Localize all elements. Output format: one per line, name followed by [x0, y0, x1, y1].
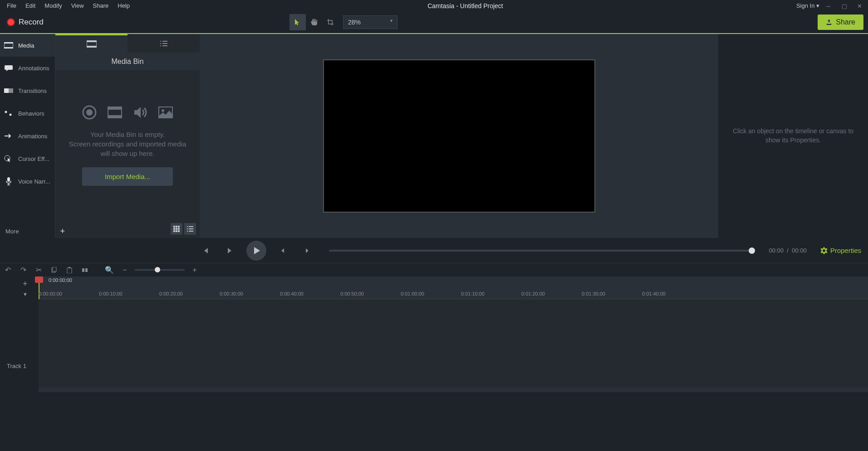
properties-panel: Click an object on the timeline or canva…: [718, 34, 868, 238]
ruler-mark: 0:01:10;00: [461, 291, 485, 296]
svg-rect-32: [69, 267, 70, 268]
svg-rect-25: [178, 228, 180, 230]
media-tab-bin[interactable]: [55, 34, 128, 53]
cut-button[interactable]: ✂: [33, 265, 44, 276]
svg-rect-2: [4, 47, 13, 48]
menu-view[interactable]: View: [67, 0, 88, 11]
timeline-ruler[interactable]: 0:00:00;00 0:00:00;00 0:00:10;00 0:00:20…: [39, 276, 868, 299]
speaker-icon: [132, 104, 148, 121]
redo-button[interactable]: ↷: [18, 265, 29, 276]
record-label: Record: [19, 18, 44, 27]
next-frame-button[interactable]: [222, 242, 238, 259]
collapse-track-button[interactable]: ▼: [23, 291, 28, 297]
sidebar-item-voice-narration[interactable]: Voice Narr...: [0, 170, 55, 193]
share-button[interactable]: Share: [818, 15, 863, 30]
minimize-icon[interactable]: ─: [826, 3, 833, 9]
zoom-dropdown[interactable]: 28%: [343, 15, 397, 29]
zoom-slider[interactable]: [135, 269, 185, 271]
svg-rect-24: [176, 228, 177, 230]
menu-modify[interactable]: Modify: [40, 0, 66, 11]
ruler-mark: 0:01:00;00: [401, 291, 424, 296]
scrubber-head[interactable]: [749, 247, 755, 254]
canvas-area: [200, 34, 718, 238]
prev-frame-button[interactable]: [197, 242, 214, 259]
menu-share[interactable]: Share: [88, 0, 113, 11]
svg-rect-12: [87, 46, 97, 48]
sidebar: Media Annotations Transitions Behaviors …: [0, 34, 55, 238]
properties-label: Properties: [830, 247, 861, 254]
list-view-button[interactable]: [184, 223, 196, 235]
track-controls: + ▼ Track 1: [0, 276, 39, 392]
svg-rect-27: [176, 230, 177, 232]
ruler-mark: 0:01:20;00: [521, 291, 545, 296]
media-bin-title: Media Bin: [55, 53, 200, 70]
add-track-button[interactable]: +: [23, 279, 28, 289]
sidebar-item-cursor-effects[interactable]: Cursor Eff...: [0, 147, 55, 170]
menu-edit[interactable]: Edit: [21, 0, 40, 11]
sidebar-item-annotations[interactable]: Annotations: [0, 57, 55, 79]
properties-placeholder: Click an object on the timeline or canva…: [727, 127, 859, 145]
sidebar-item-label: Transitions: [18, 87, 47, 94]
pointer-tool[interactable]: [289, 14, 306, 30]
svg-rect-3: [5, 65, 13, 70]
import-media-button[interactable]: Import Media...: [82, 167, 173, 186]
svg-rect-20: [173, 226, 175, 228]
media-bin-panel: Media Bin Your Media Bin is empty. Scree…: [55, 34, 200, 238]
plus-icon: +: [60, 227, 65, 236]
ruler-mark: 0:00:20;00: [159, 291, 183, 296]
sidebar-item-animations[interactable]: Animations: [0, 125, 55, 147]
hand-tool[interactable]: [306, 14, 322, 30]
canvas[interactable]: [323, 59, 595, 213]
svg-rect-33: [82, 268, 84, 272]
gear-icon: [820, 247, 828, 254]
zoom-slider-head[interactable]: [155, 267, 160, 272]
zoom-in-button[interactable]: +: [189, 265, 200, 276]
menu-help[interactable]: Help: [113, 0, 134, 11]
sidebar-item-media[interactable]: Media: [0, 34, 55, 57]
playback-scrubber[interactable]: [329, 250, 755, 252]
svg-rect-9: [7, 177, 10, 182]
record-button[interactable]: Record: [0, 18, 50, 27]
ruler-mark: 0:01:40;00: [642, 291, 666, 296]
svg-rect-21: [176, 226, 177, 228]
menu-file[interactable]: File: [2, 0, 21, 11]
menu-bar: File Edit Modify View Share Help: [0, 0, 134, 11]
record-circle-icon: [81, 104, 98, 121]
step-forward-button[interactable]: [299, 242, 315, 259]
split-button[interactable]: [79, 265, 90, 276]
annotation-icon: [4, 64, 14, 72]
undo-button[interactable]: ↶: [2, 265, 13, 276]
more-label: More: [5, 228, 19, 235]
playhead-time: 0:00:00;00: [49, 277, 72, 283]
track-1-label[interactable]: Track 1: [7, 363, 26, 369]
track-area[interactable]: [39, 299, 868, 388]
maximize-icon[interactable]: ▢: [842, 3, 848, 9]
properties-button[interactable]: Properties: [820, 247, 861, 254]
signin-button[interactable]: Sign In ▾: [796, 2, 819, 9]
microphone-icon: [4, 178, 14, 185]
zoom-out-button[interactable]: −: [119, 265, 130, 276]
list-icon: [159, 40, 168, 47]
step-back-button[interactable]: [275, 242, 291, 259]
sidebar-item-transitions[interactable]: Transitions: [0, 79, 55, 102]
copy-button[interactable]: [49, 265, 59, 276]
sidebar-more[interactable]: More +: [0, 222, 70, 240]
close-icon[interactable]: ✕: [857, 3, 863, 9]
svg-rect-16: [108, 107, 122, 110]
svg-point-14: [86, 109, 93, 116]
grid-view-button[interactable]: [171, 223, 182, 235]
svg-rect-26: [173, 230, 175, 232]
play-button[interactable]: [246, 241, 266, 261]
svg-point-6: [5, 111, 7, 113]
svg-rect-11: [87, 40, 97, 42]
svg-rect-1: [4, 42, 13, 44]
sidebar-item-behaviors[interactable]: Behaviors: [0, 102, 55, 125]
paste-button[interactable]: [64, 265, 75, 276]
ruler-mark: 0:00:40;00: [280, 291, 304, 296]
ruler-mark: 0:00:00;00: [39, 291, 62, 296]
crop-tool[interactable]: [322, 14, 338, 30]
filmstrip-icon: [87, 40, 97, 48]
media-tab-library[interactable]: [128, 34, 200, 53]
titlebar: File Edit Modify View Share Help Camtasi…: [0, 0, 868, 11]
time-display: 00:00 / 00:00: [769, 247, 806, 254]
